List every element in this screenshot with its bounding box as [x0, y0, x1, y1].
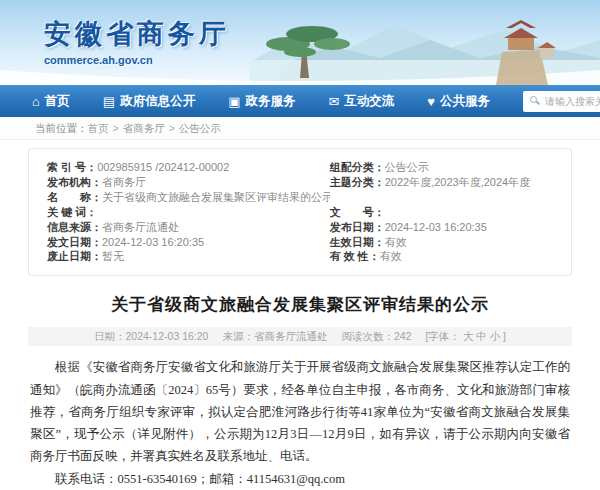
page: 安徽省商务厅 commerce.ah.gov.cn ⌂ 首页 ▤ 政府信息公开 …	[0, 0, 600, 490]
document-meta-table: 索 引 号：002985915 /202412-00002 发布机构：省商务厅 …	[28, 148, 572, 276]
font-size-large-button[interactable]: 大	[463, 330, 474, 342]
meta-column-left: 索 引 号：002985915 /202412-00002 发布机构：省商务厅 …	[47, 160, 330, 264]
meta-row-doc-number: 文 号：	[330, 205, 561, 220]
meta-row-index-number: 索 引 号：002985915 /202412-00002	[47, 160, 330, 175]
meta-row-topic: 主题分类：2022年度,2023年度,2024年度	[330, 175, 561, 190]
breadcrumb-dept-link[interactable]: 省商务厅	[123, 122, 165, 134]
nav-item-label: 公共服务	[440, 93, 490, 110]
nav-item-public-services[interactable]: ♥ 公共服务	[427, 93, 490, 110]
nav-item-gov-services[interactable]: ▣ 政务服务	[228, 93, 295, 110]
meta-row-effective-date: 生效日期：有效	[330, 235, 561, 250]
breadcrumb-prefix: 当前位置：	[35, 122, 88, 134]
nav-item-label: 政务服务	[245, 93, 295, 110]
article-view-count: 阅读次数：242	[341, 330, 411, 344]
main-content: 索 引 号：002985915 /202412-00002 发布机构：省商务厅 …	[0, 148, 600, 490]
page-title: 关于省级商文旅融合发展集聚区评审结果的公示	[0, 293, 600, 316]
chat-bubbles-icon: ✉	[328, 95, 339, 108]
announcement-paragraph: 根据《安徽省商务厅安徽省文化和旅游厅关于开展省级商文旅融合发展集聚区推荐认定工作…	[30, 356, 570, 467]
breadcrumb-home-link[interactable]: 首页	[88, 122, 109, 134]
breadcrumb-separator: >	[169, 122, 175, 134]
nav-item-label: 首页	[45, 93, 70, 110]
meta-row-issue-date: 发文日期：2024-12-03 16:20:35	[47, 235, 330, 250]
meta-row-source: 信息来源：省商务厅流通处	[47, 220, 330, 235]
meta-row-blank	[330, 190, 561, 205]
breadcrumb-separator: >	[113, 122, 119, 134]
search-box: 搜索	[523, 90, 600, 112]
meta-row-validity: 有 效 性：有效	[330, 249, 561, 264]
article-body: 根据《安徽省商务厅安徽省文化和旅游厅关于开展省级商文旅融合发展集聚区推荐认定工作…	[30, 356, 570, 490]
meta-row-category: 组配分类：公告公示	[330, 160, 561, 175]
site-logo-text: 安徽省商务厅	[44, 16, 230, 52]
meta-row-repeal-date: 废止日期：暂无	[47, 249, 330, 264]
breadcrumb-current: 公告公示	[179, 122, 221, 134]
font-size-controls: [字体： 大 中 小 ]	[425, 330, 506, 344]
breadcrumb: 当前位置：首页>省商务厅>公告公示	[0, 117, 600, 140]
meta-row-publish-date: 发布日期：2024-12-03 16:20:35	[330, 220, 561, 235]
main-nav: ⌂ 首页 ▤ 政府信息公开 ▣ 政务服务 ✉ 互动交流 ♥ 公共服务 搜索	[0, 85, 600, 117]
nav-item-home[interactable]: ⌂ 首页	[32, 93, 70, 110]
nav-item-interaction[interactable]: ✉ 互动交流	[328, 93, 394, 110]
font-size-medium-button[interactable]: 中	[476, 330, 487, 342]
meta-row-keywords: 关 键 词：	[47, 205, 330, 220]
article-date: 日期：2024-12-03 16:20	[94, 330, 208, 344]
font-size-label: [字体：	[425, 330, 459, 342]
meta-column-right: 组配分类：公告公示 主题分类：2022年度,2023年度,2024年度 文 号：…	[330, 160, 561, 264]
search-icon	[530, 96, 537, 103]
brand: 安徽省商务厅 commerce.ah.gov.cn	[44, 16, 230, 66]
service-heart-icon: ♥	[427, 95, 435, 108]
nav-item-label: 政府信息公开	[120, 93, 195, 110]
home-icon: ⌂	[32, 95, 40, 108]
site-header: 安徽省商务厅 commerce.ah.gov.cn	[0, 0, 600, 85]
article-source: 来源：省商务厅流通处	[222, 330, 327, 344]
monitor-icon: ▣	[228, 95, 240, 108]
document-grid-icon: ▤	[103, 95, 115, 108]
font-size-label-suffix: ]	[503, 330, 506, 342]
contact-info: 联系电话：0551-63540169；邮箱：41154631@qq.com	[30, 468, 570, 490]
article-info-bar: 日期：2024-12-03 16:20 来源：省商务厅流通处 阅读次数：242 …	[28, 327, 572, 346]
nav-item-label: 互动交流	[344, 93, 394, 110]
meta-row-title: 名 称：关于省级商文旅融合发展集聚区评审结果的公示	[47, 190, 330, 205]
nav-item-info-disclosure[interactable]: ▤ 政府信息公开	[103, 93, 195, 110]
meta-row-issuing-org: 发布机构：省商务厅	[47, 175, 330, 190]
font-size-small-button[interactable]: 小	[490, 330, 501, 342]
site-url: commerce.ah.gov.cn	[44, 54, 230, 66]
